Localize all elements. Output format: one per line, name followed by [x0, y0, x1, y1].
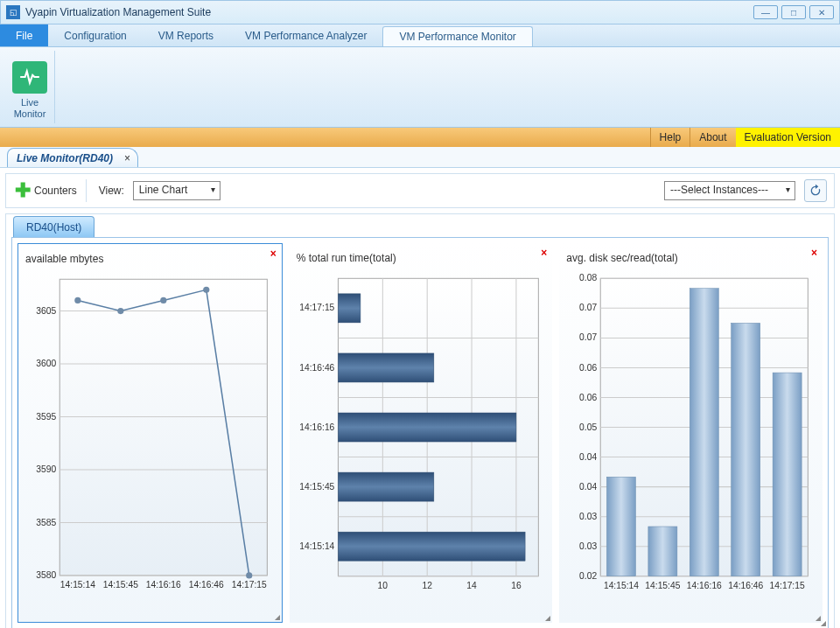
svg-text:14:16:46: 14:16:46 — [189, 580, 224, 590]
heartbeat-icon — [18, 66, 41, 88]
panels: × available mbytes 358035853590359536003… — [11, 237, 829, 628]
menu-file[interactable]: File — [0, 24, 48, 46]
document-tab-row: Live Monitor(RD40) × — [0, 147, 840, 168]
evaluation-badge: Evaluation Version — [736, 128, 840, 147]
svg-point-7 — [74, 297, 80, 304]
svg-text:0.04: 0.04 — [579, 482, 597, 492]
svg-rect-61 — [690, 289, 719, 576]
svg-rect-36 — [338, 472, 433, 501]
close-button[interactable]: ✕ — [809, 5, 834, 19]
svg-rect-37 — [338, 532, 525, 561]
svg-rect-0 — [60, 279, 267, 576]
svg-text:14:16:46: 14:16:46 — [729, 581, 764, 590]
plus-icon: ✚ — [13, 181, 32, 200]
svg-point-9 — [160, 297, 166, 304]
doc-tab-label: Live Monitor(RD40) — [17, 152, 113, 164]
panel-title: % total run time(total) — [297, 252, 546, 264]
counters-label: Counters — [34, 185, 77, 197]
chart-area: RD40(Host) × available mbytes 3580358535… — [5, 213, 835, 628]
view-combo-value: Line Chart — [139, 184, 187, 196]
doc-tab-live-monitor[interactable]: Live Monitor(RD40) × — [7, 148, 138, 167]
svg-text:14:15:45: 14:15:45 — [103, 580, 138, 590]
svg-text:14:17:15: 14:17:15 — [770, 581, 805, 590]
svg-text:14:15:14: 14:15:14 — [299, 541, 334, 551]
svg-text:0.07: 0.07 — [579, 332, 597, 342]
maximize-button[interactable]: □ — [781, 5, 806, 19]
menu-vm-reports[interactable]: VM Reports — [143, 24, 229, 46]
svg-text:3605: 3605 — [36, 306, 56, 316]
host-tab[interactable]: RD40(Host) — [13, 216, 94, 237]
app-icon: ◱ — [6, 5, 20, 19]
ribbon: Live Monitor — [0, 47, 840, 128]
menubar: File Configuration VM Reports VM Perform… — [0, 24, 840, 47]
instances-combo[interactable]: ---Select Instances--- — [664, 181, 795, 200]
svg-text:16: 16 — [511, 581, 522, 590]
panel-close[interactable]: × — [270, 248, 276, 260]
svg-rect-62 — [732, 323, 760, 576]
resize-grip[interactable] — [273, 613, 280, 620]
svg-text:14:15:45: 14:15:45 — [299, 482, 334, 492]
svg-rect-35 — [338, 413, 515, 442]
svg-rect-60 — [648, 527, 677, 576]
svg-text:14:15:14: 14:15:14 — [604, 581, 639, 590]
ribbon-group-monitor: Live Monitor — [5, 51, 55, 123]
svg-text:3580: 3580 — [36, 570, 56, 580]
svg-text:0.08: 0.08 — [579, 273, 597, 283]
svg-text:14:15:45: 14:15:45 — [646, 581, 681, 590]
menu-vm-perf-analyzer[interactable]: VM Performance Analyzer — [229, 24, 382, 46]
plot-hbar-run-time: 14:17:1514:16:4614:16:1614:15:4514:15:14… — [295, 269, 548, 612]
refresh-button[interactable] — [804, 179, 827, 202]
counters-button[interactable]: ✚ Counters — [13, 181, 77, 200]
svg-point-8 — [117, 308, 123, 314]
svg-text:14:16:46: 14:16:46 — [299, 363, 334, 373]
svg-text:0.04: 0.04 — [579, 452, 597, 462]
view-combo[interactable]: Line Chart — [133, 181, 220, 200]
toolbar: ✚ Counters View: Line Chart ---Select In… — [5, 173, 835, 208]
svg-text:0.03: 0.03 — [579, 512, 597, 521]
svg-text:14:17:15: 14:17:15 — [299, 303, 334, 312]
svg-text:3600: 3600 — [36, 359, 56, 368]
plot-vbar-disk-read: 0.020.030.030.040.040.050.060.060.070.07… — [564, 269, 817, 612]
panel-total-run-time[interactable]: × % total run time(total) 14:17:1514:16:… — [290, 243, 553, 623]
app-title: Vyapin Virtualization Management Suite — [25, 6, 750, 18]
svg-point-10 — [203, 287, 209, 293]
svg-text:0.07: 0.07 — [579, 303, 597, 312]
host-tab-row: RD40(Host) — [6, 214, 834, 237]
svg-rect-59 — [607, 477, 636, 576]
svg-text:0.06: 0.06 — [579, 363, 597, 373]
live-monitor-button[interactable] — [12, 61, 47, 94]
svg-rect-33 — [338, 294, 360, 323]
plot-line-available-mbytes: 358035853590359536003605 14:15:1414:15:4… — [24, 270, 276, 611]
svg-text:10: 10 — [377, 581, 388, 590]
minimize-button[interactable]: — — [753, 5, 778, 19]
panel-available-mbytes[interactable]: × available mbytes 358035853590359536003… — [18, 243, 283, 623]
help-strip: Help About Evaluation Version — [0, 128, 840, 147]
svg-rect-63 — [773, 373, 802, 576]
panel-close[interactable]: × — [811, 247, 817, 259]
svg-text:0.02: 0.02 — [579, 571, 597, 581]
panel-title: available mbytes — [25, 253, 275, 265]
panels-resize-grip[interactable] — [819, 619, 826, 626]
svg-text:0.05: 0.05 — [579, 422, 597, 432]
svg-text:0.06: 0.06 — [579, 393, 597, 402]
svg-point-11 — [246, 572, 252, 578]
panel-title: avg. disk sec/read(total) — [566, 252, 816, 264]
svg-text:14: 14 — [466, 581, 477, 590]
svg-text:3585: 3585 — [36, 518, 56, 527]
resize-grip[interactable] — [543, 614, 550, 621]
instances-combo-value: ---Select Instances--- — [670, 184, 768, 196]
help-link[interactable]: Help — [650, 128, 690, 147]
view-label: View: — [99, 185, 124, 197]
about-link[interactable]: About — [690, 128, 735, 147]
svg-text:14:16:16: 14:16:16 — [299, 422, 334, 432]
live-monitor-label: Live Monitor — [14, 97, 46, 120]
panel-close[interactable]: × — [541, 247, 547, 259]
panel-disk-sec-read[interactable]: × avg. disk sec/read(total) 0.020.030.03… — [559, 243, 822, 623]
menu-configuration[interactable]: Configuration — [48, 24, 142, 46]
svg-text:0.03: 0.03 — [579, 541, 597, 551]
svg-text:3595: 3595 — [36, 412, 56, 422]
svg-text:3590: 3590 — [36, 464, 56, 474]
menu-vm-perf-monitor[interactable]: VM Performance Monitor — [382, 26, 532, 46]
svg-rect-34 — [338, 353, 433, 382]
doc-tab-close[interactable]: × — [124, 152, 130, 164]
